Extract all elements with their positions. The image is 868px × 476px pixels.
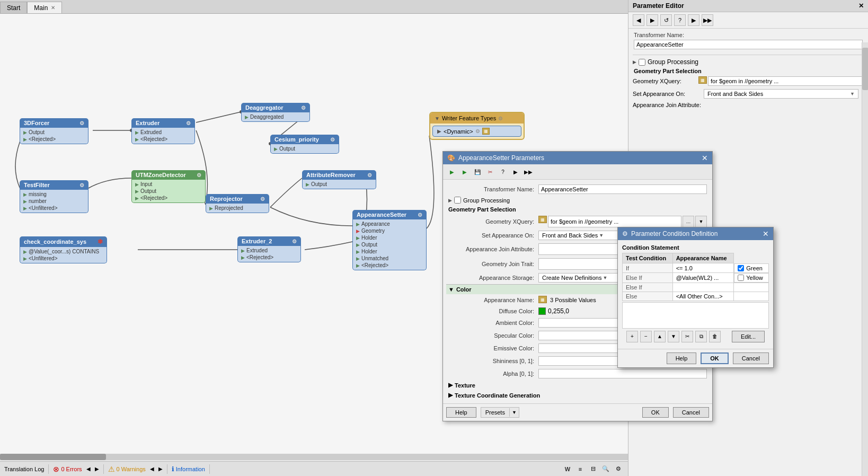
cond-copy-btn[interactable]: ⧉ (695, 331, 707, 342)
node-extruder2[interactable]: Extruder_2 ⚙ ▶Extruded ▶<Rejected> (237, 236, 301, 262)
warn-nav-back[interactable]: ◀ (150, 466, 154, 472)
dialog-tool-scissors[interactable]: ✂ (484, 166, 496, 178)
node-utmzone[interactable]: UTMZoneDetector ⚙ ▶Input ▶Output ▶<Rejec… (131, 170, 206, 203)
writer-feature-gear[interactable]: ⚙ (475, 128, 480, 134)
param-scrollbar[interactable] (862, 42, 868, 476)
dlg-help-btn[interactable]: Help (446, 407, 476, 418)
tab-main-close[interactable]: ✕ (51, 5, 55, 11)
cond-cut-btn[interactable]: ✂ (681, 331, 693, 342)
tab-main[interactable]: Main ✕ (27, 2, 62, 13)
dialog-tool-run[interactable]: ▶ (510, 166, 521, 178)
cond-remove-btn[interactable]: − (640, 331, 652, 342)
canvas-scrollbar[interactable] (0, 454, 628, 460)
dialog-tool-green[interactable]: ▶ (446, 166, 458, 178)
node-extruder2-gear[interactable]: ⚙ (292, 239, 297, 244)
cond-row3-test[interactable]: <All Other Con...> (672, 292, 734, 301)
dialog-tool-help[interactable]: ? (497, 166, 509, 178)
warn-nav-fwd[interactable]: ▶ (158, 466, 163, 472)
dlg-xquery-dropdown-btn[interactable]: ▼ (695, 216, 707, 227)
dlg-presets-label: Presets (481, 408, 509, 417)
param-xquery-table-icon[interactable]: ▦ (698, 76, 707, 84)
cond-add-btn[interactable]: + (626, 331, 638, 342)
writer-feature-table[interactable]: ▦ (482, 128, 490, 135)
dialog-tool-runall[interactable]: ▶▶ (522, 166, 534, 178)
node-cesium-gear[interactable]: ⚙ (330, 137, 335, 143)
node-attrremover[interactable]: AttributeRemover ⚙ ▶Output (302, 170, 376, 189)
dlg-cancel-btn[interactable]: Cancel (673, 407, 709, 418)
cond-edit-btn[interactable]: Edit... (732, 331, 765, 342)
param-nav-refresh[interactable]: ↺ (660, 14, 672, 26)
dlg-xquery-more-btn[interactable]: … (683, 216, 694, 227)
param-nav-help[interactable]: ? (674, 14, 686, 26)
node-3dforcer[interactable]: 3DForcer ⚙ ▶Output ▶<Rejected> (20, 118, 88, 144)
param-scroll-thumb[interactable] (862, 48, 868, 90)
nav-fwd[interactable]: ▶ (95, 466, 99, 472)
node-deaggregator-gear[interactable]: ⚙ (301, 105, 306, 111)
cond-cancel-btn[interactable]: Cancel (733, 352, 769, 364)
cond-row0-test[interactable]: <= 1.0 (672, 263, 734, 273)
cond-delete-btn[interactable]: 🗑 (709, 331, 721, 342)
cond-ok-btn[interactable]: OK (701, 352, 729, 364)
node-deaggregator[interactable]: Deaggregator ⚙ ▶Deaggregated (241, 103, 310, 122)
dlg-texcoord-section[interactable]: ▶ Texture Coordinate Generation (446, 390, 709, 400)
dlg-texture-section[interactable]: ▶ Texture (446, 380, 709, 390)
log-icon-w[interactable]: W (562, 464, 573, 474)
nav-back[interactable]: ◀ (86, 466, 91, 472)
node-attrremover-gear[interactable]: ⚙ (367, 172, 372, 178)
node-extruder-gear[interactable]: ⚙ (186, 120, 191, 126)
tab-start[interactable]: Start (0, 2, 27, 13)
writer-gear[interactable]: ⚙ (498, 116, 503, 121)
node-utmzone-gear[interactable]: ⚙ (197, 172, 201, 178)
dialog-tool-green2[interactable]: ▶ (459, 166, 471, 178)
dlg-diffuse-swatch[interactable] (538, 307, 546, 315)
param-nav-run[interactable]: ▶ (688, 14, 699, 26)
node-appset[interactable]: AppearanceSetter ⚙ ▶Appearance ▶Geometry… (352, 210, 427, 270)
condition-dialog-close[interactable]: ✕ (763, 230, 769, 238)
cond-up-btn[interactable]: ▲ (654, 331, 666, 342)
log-icon-gear[interactable]: ⚙ (613, 464, 624, 474)
node-reprojector[interactable]: Reprojector ⚙ ▶Reprojected (206, 194, 269, 213)
node-extruder[interactable]: Extruder ⚙ ▶Extruded ▶<Rejected> (131, 118, 195, 144)
dlg-group-expand[interactable]: ▶ (448, 198, 452, 203)
cond-row1-test[interactable]: @Value(WL2) ... (672, 273, 734, 283)
dlg-alpha-input[interactable] (538, 369, 707, 378)
node-reprojector-gear[interactable]: ⚙ (260, 196, 265, 202)
param-nav-back[interactable]: ◀ (633, 14, 644, 26)
cond-row1-checkbox[interactable] (738, 275, 744, 281)
dlg-appearance-name-table[interactable]: ▦ (538, 296, 547, 303)
dlg-xquery-table-icon[interactable]: ▦ (538, 216, 547, 223)
param-transformer-input[interactable] (634, 40, 863, 49)
param-transformer-label: Transformer Name: (634, 32, 863, 38)
cond-row2-test[interactable] (672, 283, 734, 292)
node-appset-gear[interactable]: ⚙ (418, 212, 422, 218)
dlg-xquery-input[interactable] (548, 216, 681, 227)
log-icon-list[interactable]: ≡ (575, 464, 586, 474)
dlg-group-checkbox[interactable] (454, 197, 461, 204)
scroll-thumb[interactable] (0, 454, 106, 460)
param-group-checkbox[interactable] (639, 59, 645, 66)
dlg-transformer-input[interactable] (538, 184, 707, 194)
cond-down-btn[interactable]: ▼ (668, 331, 679, 342)
dlg-presets-btn[interactable]: Presets ▼ (481, 407, 519, 418)
node-testfilter[interactable]: TestFilter ⚙ ▶missing ▶number ▶<Unfilter… (20, 180, 88, 213)
cond-help-btn[interactable]: Help (667, 352, 697, 364)
param-nav-run2[interactable]: ▶▶ (702, 14, 713, 26)
dlg-ok-btn[interactable]: OK (642, 407, 669, 418)
log-icon-search[interactable]: 🔍 (600, 464, 611, 474)
writer-node[interactable]: ▼ Writer Feature Types ⚙ ▶ <Dynamic> ⚙ ▦ (429, 112, 525, 140)
node-cesium[interactable]: Cesium_priority ⚙ ▶Output (270, 135, 339, 154)
writer-feature[interactable]: ▶ <Dynamic> ⚙ ▦ (432, 126, 521, 137)
node-checkcoord[interactable]: check_coordinate_sys ✱ ▶@Value(_coor...s… (20, 236, 107, 263)
param-group-expand[interactable]: ▶ (633, 59, 636, 65)
param-xquery-input[interactable] (708, 76, 864, 86)
cond-row0-checkbox[interactable] (738, 265, 744, 271)
log-icon-filter[interactable]: ⊟ (588, 464, 598, 474)
param-set-appearance-dropdown[interactable]: Front and Back Sides ▼ (704, 89, 858, 99)
param-editor-close[interactable]: ✕ (858, 2, 864, 10)
dlg-presets-arrow[interactable]: ▼ (509, 408, 519, 417)
node-testfilter-gear[interactable]: ⚙ (79, 182, 84, 188)
node-3dforcer-gear[interactable]: ⚙ (79, 120, 84, 126)
dialog-tool-save[interactable]: 💾 (472, 166, 483, 178)
appearance-dialog-close[interactable]: ✕ (702, 154, 708, 162)
param-nav-fwd[interactable]: ▶ (646, 14, 658, 26)
